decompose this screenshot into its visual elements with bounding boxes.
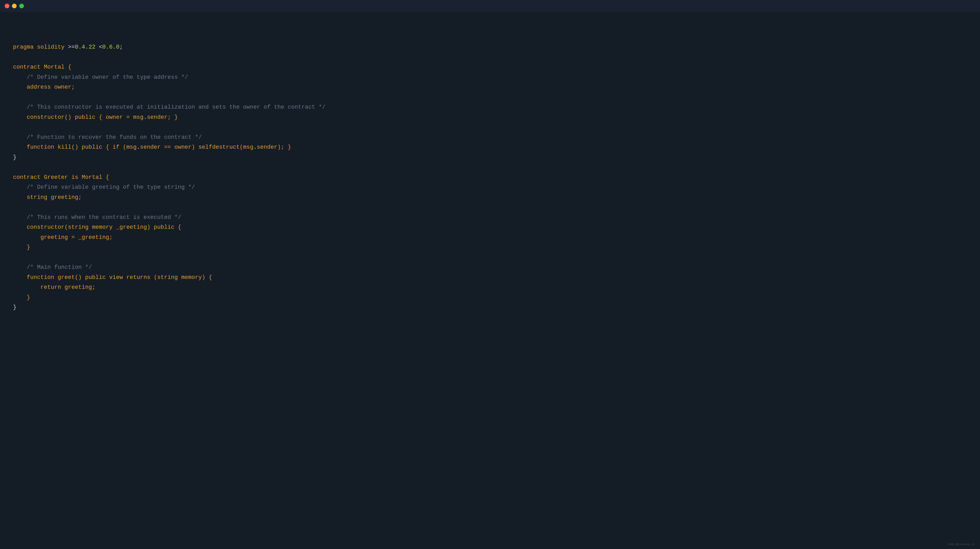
titlebar: [0, 0, 980, 12]
watermark: CSDN @lucasma.sh: [947, 543, 975, 546]
close-button[interactable]: [5, 4, 10, 8]
code-area: pragma solidity >=0.4.22 <0.6.0; contrac…: [0, 12, 980, 549]
minimize-button[interactable]: [12, 4, 17, 8]
window: pragma solidity >=0.4.22 <0.6.0; contrac…: [0, 0, 980, 549]
maximize-button[interactable]: [19, 4, 24, 8]
code-block: pragma solidity >=0.4.22 <0.6.0; contrac…: [13, 22, 967, 322]
